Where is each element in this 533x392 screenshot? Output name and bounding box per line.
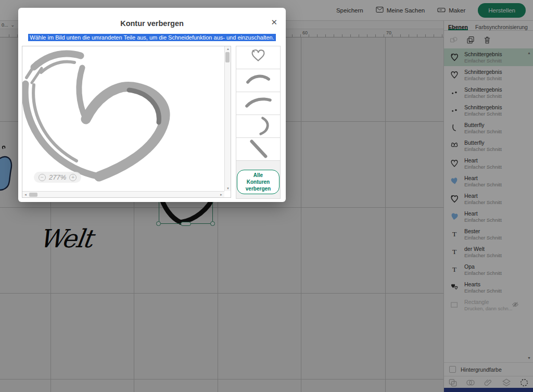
contour-thumbnail[interactable]	[236, 69, 281, 92]
thumb-diag-icon	[237, 137, 280, 161]
dialog-instruction: Wähle im Bild unten die umrandeten Teile…	[28, 34, 275, 41]
dialog-title: Kontur verbergen	[18, 19, 286, 28]
horizontal-scroll-thumb[interactable]	[29, 193, 37, 197]
preview-vertical-scrollbar[interactable]: ▲ ▼	[224, 46, 231, 191]
thumb-heart-icon	[237, 46, 280, 70]
zoom-out-icon[interactable]: −	[39, 174, 46, 181]
close-icon[interactable]: ✕	[271, 18, 277, 26]
zoom-level: 277%	[49, 173, 66, 181]
hide-all-contours-button[interactable]: Alle Konturen verbergen	[237, 170, 280, 194]
thumb-curve1-icon	[237, 69, 280, 93]
scroll-right-icon[interactable]: ►	[220, 193, 223, 196]
scroll-up-icon[interactable]: ▲	[226, 47, 230, 50]
vertical-scroll-thumb[interactable]	[225, 52, 230, 62]
scroll-left-icon[interactable]: ◄	[24, 193, 27, 196]
zoom-control: − 277% +	[34, 172, 81, 183]
hide-contour-dialog: Kontur verbergen ✕ Wähle im Bild unten d…	[18, 8, 286, 202]
zoom-in-icon[interactable]: +	[69, 174, 77, 181]
preview-image[interactable]: − 277% +	[22, 46, 224, 191]
dialog-body: − 277% + ▲ ▼ ◄ ► Alle Konturen verbergen	[22, 46, 282, 199]
contour-thumbnail-list: Alle Konturen verbergen	[236, 46, 281, 199]
preview-heart-sketch[interactable]	[22, 46, 224, 191]
scroll-down-icon[interactable]: ▼	[226, 187, 230, 190]
contour-thumbnail[interactable]	[236, 92, 281, 115]
thumbnail-footer: Alle Konturen verbergen	[236, 161, 281, 199]
contour-preview[interactable]: − 277% + ▲ ▼ ◄ ►	[22, 46, 231, 198]
contour-thumbnail[interactable]	[236, 137, 281, 161]
contour-thumbnail[interactable]	[236, 115, 281, 138]
thumb-curve2-icon	[237, 92, 280, 116]
thumb-hook-icon	[237, 115, 280, 138]
contour-thumbnail[interactable]	[236, 46, 281, 69]
preview-horizontal-scrollbar[interactable]: ◄ ►	[22, 191, 224, 197]
